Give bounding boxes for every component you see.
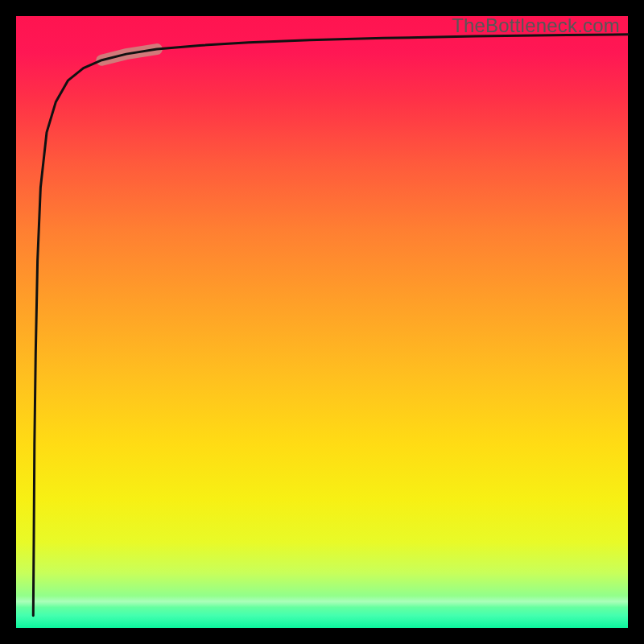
chart-frame: TheBottleneck.com [0,0,644,644]
bottleneck-curve [33,35,628,616]
plot-area: TheBottleneck.com [16,16,628,628]
curve-layer [16,16,628,628]
